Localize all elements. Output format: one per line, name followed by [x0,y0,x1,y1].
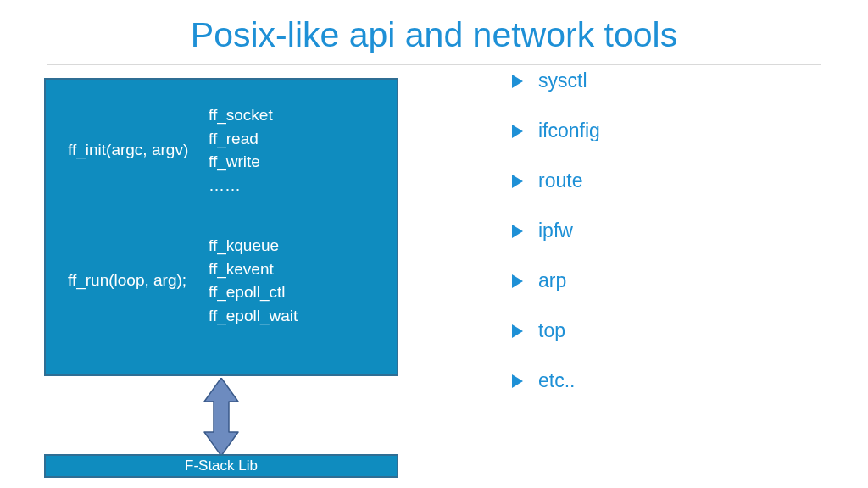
tool-item-etc: etc.. [512,369,600,392]
slide: Posix-like api and network tools ff_init… [0,0,868,488]
bullet-icon [512,274,523,288]
tool-item-route: route [512,169,600,192]
bullet-icon [512,374,523,388]
svg-marker-0 [204,378,238,456]
tool-item-arp: arp [512,269,600,292]
api-box: ff_init(argc, argv) ff_socket ff_read ff… [44,78,398,376]
api-grid: ff_init(argc, argv) ff_socket ff_read ff… [68,103,381,327]
api-fn: ff_epoll_ctl [209,280,381,304]
double-arrow-icon [200,378,242,456]
api-row1-left: ff_init(argc, argv) [68,103,209,197]
api-fn: ff_read [209,127,381,151]
tool-label: route [538,169,582,192]
bullet-icon [512,75,523,88]
tool-item-top: top [512,319,600,342]
bullet-icon [512,125,523,138]
tool-item-sysctl: sysctl [512,69,600,92]
slide-title: Posix-like api and network tools [0,0,868,55]
tool-label: ifconfig [538,119,600,142]
tool-label: sysctl [538,69,587,92]
content-area: ff_init(argc, argv) ff_socket ff_read ff… [47,75,834,488]
api-row1-right: ff_socket ff_read ff_write …… [209,103,381,197]
bullet-icon [512,324,523,338]
api-fn: ff_kqueue [209,234,381,258]
api-fn: ff_write [209,150,381,174]
fstack-lib-label: F-Stack Lib [185,458,258,474]
api-fn: ff_epoll_wait [209,304,381,328]
tool-item-ipfw: ipfw [512,219,600,242]
tool-label: arp [538,269,566,292]
tool-item-ifconfig: ifconfig [512,119,600,142]
api-fn: ff_socket [209,103,381,127]
tool-label: ipfw [538,219,573,242]
api-fn: …… [209,174,381,197]
bullet-icon [512,175,523,188]
title-rule [47,64,821,65]
api-row2-right: ff_kqueue ff_kevent ff_epoll_ctl ff_epol… [209,234,381,327]
tools-list: sysctl ifconfig route ipfw arp top [512,69,600,392]
tool-label: top [538,319,565,342]
api-row2-left: ff_run(loop, arg); [68,234,209,327]
bullet-icon [512,225,523,238]
fstack-lib-box: F-Stack Lib [44,454,398,478]
api-fn: ff_kevent [209,258,381,281]
tool-label: etc.. [538,369,575,392]
